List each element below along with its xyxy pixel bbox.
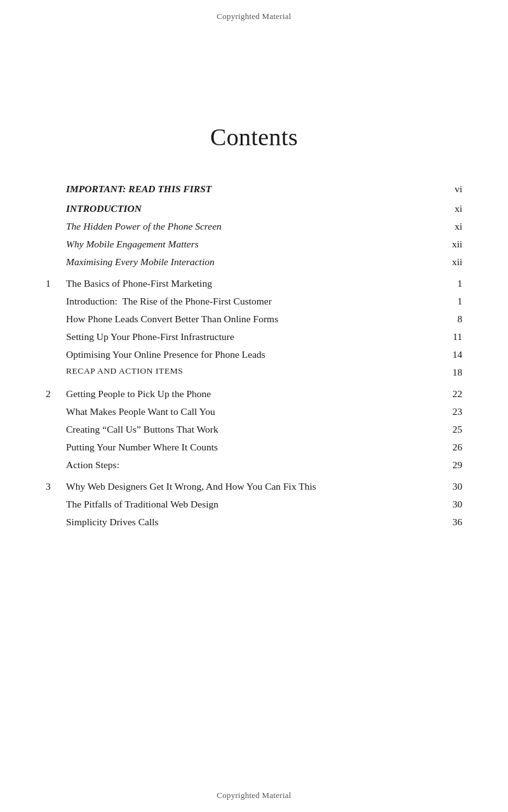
- toc-number-ch3: 3: [46, 479, 66, 494]
- toc-entry-ch1-setting: Setting Up Your Phone-First Infrastructu…: [46, 329, 462, 344]
- table-of-contents: IMPORTANT: READ THIS FIRST vi INTRODUCTI…: [46, 181, 462, 530]
- toc-entry-ch1-how: How Phone Leads Convert Better Than Onli…: [46, 311, 462, 327]
- toc-entry-introduction: INTRODUCTION xi: [46, 201, 462, 216]
- toc-entry-ch3-pitfalls: The Pitfalls of Traditional Web Design 3…: [46, 497, 462, 512]
- toc-text-ch2-creating: Creating “Call Us” Buttons That Work: [66, 422, 437, 437]
- toc-entry-ch2-action: Action Steps: 29: [46, 457, 462, 473]
- toc-text-ch2: Getting People to Pick Up the Phone: [66, 386, 437, 402]
- toc-entry-ch1: 1 The Basics of Phone-First Marketing 1: [46, 276, 462, 291]
- toc-entry-important: IMPORTANT: READ THIS FIRST vi: [46, 181, 462, 197]
- toc-page-why-mobile: xii: [437, 237, 462, 252]
- toc-text-important: IMPORTANT: READ THIS FIRST: [66, 181, 437, 197]
- toc-text-ch2-putting: Putting Your Number Where It Counts: [66, 440, 437, 455]
- toc-text-ch1-recap: RECAP AND ACTION ITEMS: [66, 365, 437, 378]
- toc-entry-ch2: 2 Getting People to Pick Up the Phone 22: [46, 386, 462, 402]
- toc-page-ch1-setting: 11: [437, 329, 462, 344]
- toc-page-ch1-how: 8: [437, 311, 462, 327]
- toc-text-ch3-simplicity: Simplicity Drives Calls: [66, 514, 437, 530]
- toc-page-ch3-pitfalls: 30: [437, 497, 462, 512]
- toc-entry-ch2-what: What Makes People Want to Call You 23: [46, 404, 462, 419]
- toc-text-ch1-optimising: Optimising Your Online Presence for Phon…: [66, 347, 437, 362]
- toc-page-ch1: 1: [437, 276, 462, 291]
- toc-entry-ch3: 3 Why Web Designers Get It Wrong, And Ho…: [46, 479, 462, 494]
- contents-title: Contents: [0, 123, 508, 151]
- toc-text-ch3: Why Web Designers Get It Wrong, And How …: [66, 479, 437, 494]
- toc-entry-ch3-simplicity: Simplicity Drives Calls 36: [46, 514, 462, 530]
- toc-page-ch3: 30: [437, 479, 462, 494]
- toc-page-ch2-what: 23: [437, 404, 462, 419]
- toc-page-ch3-simplicity: 36: [437, 514, 462, 530]
- toc-page-introduction: xi: [437, 201, 462, 216]
- toc-page-hidden-power: xi: [437, 219, 462, 234]
- toc-page-ch2-creating: 25: [437, 422, 462, 437]
- page-header: Copyrighted Material: [0, 0, 508, 22]
- toc-text-ch1-setting: Setting Up Your Phone-First Infrastructu…: [66, 329, 437, 344]
- page-footer: Copyrighted Material: [0, 790, 508, 801]
- toc-text-ch1: The Basics of Phone-First Marketing: [66, 276, 437, 291]
- toc-page-ch1-recap: 18: [437, 365, 462, 380]
- toc-page-ch1-intro: 1: [437, 294, 462, 309]
- toc-entry-hidden-power: The Hidden Power of the Phone Screen xi: [46, 219, 462, 234]
- toc-page-maximising: xii: [437, 254, 462, 270]
- toc-entry-ch2-putting: Putting Your Number Where It Counts 26: [46, 440, 462, 455]
- toc-entry-ch1-intro: Introduction: The Rise of the Phone-Firs…: [46, 294, 462, 309]
- toc-text-introduction: INTRODUCTION: [66, 201, 437, 216]
- toc-text-maximising: Maximising Every Mobile Interaction: [66, 254, 437, 270]
- toc-entry-ch1-optimising: Optimising Your Online Presence for Phon…: [46, 347, 462, 362]
- toc-page-important: vi: [437, 181, 462, 197]
- toc-number-ch1: 1: [46, 276, 66, 291]
- toc-entry-why-mobile: Why Mobile Engagement Matters xii: [46, 237, 462, 252]
- toc-number-ch2: 2: [46, 386, 66, 402]
- toc-text-hidden-power: The Hidden Power of the Phone Screen: [66, 219, 437, 234]
- toc-entry-maximising: Maximising Every Mobile Interaction xii: [46, 254, 462, 270]
- toc-page-ch2-putting: 26: [437, 440, 462, 455]
- toc-page-ch1-optimising: 14: [437, 347, 462, 362]
- toc-text-ch1-how: How Phone Leads Convert Better Than Onli…: [66, 311, 437, 327]
- toc-entry-ch1-recap: RECAP AND ACTION ITEMS 18: [46, 365, 462, 380]
- toc-text-why-mobile: Why Mobile Engagement Matters: [66, 237, 437, 252]
- toc-text-ch2-action: Action Steps:: [66, 457, 437, 473]
- toc-text-ch2-what: What Makes People Want to Call You: [66, 404, 437, 419]
- toc-page-ch2-action: 29: [437, 457, 462, 473]
- toc-text-ch1-intro: Introduction: The Rise of the Phone-Firs…: [66, 294, 437, 309]
- toc-text-ch3-pitfalls: The Pitfalls of Traditional Web Design: [66, 497, 437, 512]
- toc-page-ch2: 22: [437, 386, 462, 402]
- toc-entry-ch2-creating: Creating “Call Us” Buttons That Work 25: [46, 422, 462, 437]
